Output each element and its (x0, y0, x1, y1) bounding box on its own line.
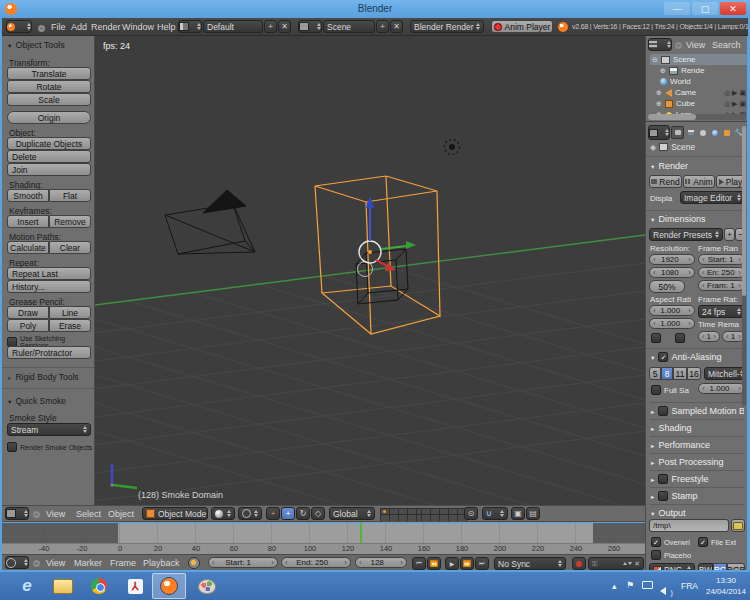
expand-icon[interactable] (650, 423, 655, 433)
end-frame-field[interactable]: End: 250 (281, 557, 351, 568)
delete-layout-icon[interactable]: ✕ (278, 20, 291, 33)
expand-icon[interactable] (650, 406, 655, 416)
overwrite-checkbox[interactable] (651, 537, 661, 547)
aspect-y-field[interactable]: 1.000 (649, 318, 695, 329)
delete-scene-icon[interactable]: ✕ (390, 20, 403, 33)
pin-icon[interactable]: ◈ (650, 143, 656, 152)
timeline-track[interactable] (2, 523, 645, 543)
playback-menu[interactable]: Playback (143, 558, 180, 568)
expand-icon[interactable]: ⊕ (660, 67, 666, 75)
renderable-camera-icon[interactable]: ▣ (739, 100, 746, 108)
clear-keyingset-icon[interactable]: ✕ (634, 560, 640, 568)
aa-filter-selector[interactable]: Mitchell- (704, 367, 745, 380)
render-smoke-row[interactable]: Render Smoke Objects (7, 442, 92, 452)
expand-icon[interactable] (650, 457, 655, 467)
remove-keyframe-button[interactable]: Remove (49, 215, 91, 228)
color-bw-button[interactable]: BW (698, 563, 713, 570)
expand-icon[interactable] (650, 440, 655, 450)
aa-samples-11-button[interactable]: 11 (673, 367, 687, 380)
file-extensions-row[interactable]: File Ext (698, 537, 736, 547)
collapse-menus-icon[interactable]: − (675, 42, 682, 49)
taskbar-paint-icon[interactable] (190, 573, 224, 599)
previous-keyframe-icon[interactable]: ⏪ (427, 557, 441, 570)
frame-step-field[interactable]: Fram: 1 (698, 280, 745, 291)
tab-render[interactable] (671, 126, 684, 139)
collapse-menus-icon[interactable]: − (38, 25, 45, 32)
flat-button[interactable]: Flat (49, 189, 91, 202)
outliner-item-camera[interactable]: ⊕ Came ◎ ▶ ▣ (656, 87, 746, 98)
minimize-button[interactable]: — (664, 2, 690, 15)
stamp-panel[interactable]: Stamp (671, 491, 697, 501)
render-smoke-checkbox[interactable] (7, 442, 17, 452)
calculate-button[interactable]: Calculate (7, 241, 49, 254)
search-menu[interactable]: Search (712, 40, 741, 50)
duplicate-objects-button[interactable]: Duplicate Objects (7, 137, 91, 150)
frame-start-field[interactable]: Start: 1 (698, 254, 745, 265)
taskbar-internet-explorer-icon[interactable]: e (10, 573, 44, 599)
tab-render-layers[interactable] (685, 127, 696, 138)
output-panel-title[interactable]: Output (658, 508, 685, 518)
outliner-item-scene[interactable]: ⊖ Scene (650, 54, 747, 65)
view-menu[interactable]: View (46, 509, 65, 519)
repeat-last-button[interactable]: Repeat Last (7, 267, 91, 280)
collapse-icon[interactable] (650, 352, 655, 362)
stamp-checkbox[interactable] (658, 491, 668, 501)
color-rgba-button[interactable]: RGB (727, 563, 745, 570)
tray-network-icon[interactable] (642, 581, 653, 589)
jump-to-start-icon[interactable]: ⏮ (412, 557, 426, 570)
frame-end-field[interactable]: En: 250 (698, 267, 745, 278)
expand-icon[interactable] (7, 372, 12, 382)
outliner-item-cube[interactable]: ⊕ Cube ◎ ▶ ▣ (656, 98, 746, 109)
editor-type-button[interactable] (5, 507, 29, 520)
aspect-x-field[interactable]: 1.000 (649, 305, 695, 316)
menu-file[interactable]: File (51, 22, 66, 32)
expand-icon[interactable]: ⊕ (656, 89, 662, 97)
selectable-arrow-icon[interactable]: ▶ (732, 89, 737, 97)
frame-rate-selector[interactable]: 24 fps (698, 305, 745, 318)
add-layout-icon[interactable]: + (264, 20, 277, 33)
outliner-item-renderlayers[interactable]: ⊕ Rende (660, 65, 746, 76)
taskbar-acrobat-reader-icon[interactable]: ⅄ (118, 573, 152, 599)
renderable-camera-icon[interactable]: ▣ (739, 89, 746, 97)
close-button[interactable]: ✕ (720, 2, 746, 15)
aa-samples-8-button[interactable]: 8 (661, 367, 673, 380)
current-frame-line[interactable] (360, 523, 362, 543)
object-menu[interactable]: Object (108, 509, 134, 519)
preview-range-clock-icon[interactable] (188, 557, 200, 569)
draw-button[interactable]: Draw (7, 306, 49, 319)
frame-menu[interactable]: Frame (110, 558, 136, 568)
properties-vscrollbar[interactable] (742, 126, 746, 406)
select-menu[interactable]: Select (76, 509, 101, 519)
remap-old-field[interactable]: 1 (698, 331, 720, 342)
resolution-x-field[interactable]: 1920 (649, 254, 695, 265)
collapse-menus-icon[interactable]: − (33, 511, 40, 518)
taskbar-blender-icon[interactable] (152, 573, 186, 599)
output-path-field[interactable]: /tmp\ (649, 519, 729, 532)
lamp-object[interactable] (445, 140, 460, 155)
menu-window[interactable]: Window (122, 22, 154, 32)
play-rendered-button[interactable]: Play (716, 175, 745, 188)
scrollbar-thumb[interactable] (648, 114, 696, 120)
rotate-manipulator-icon[interactable]: ↻ (296, 507, 310, 520)
editor-type-button[interactable] (5, 556, 29, 569)
next-keyframe-icon[interactable]: ⏩ (460, 557, 474, 570)
placeholders-checkbox[interactable] (651, 550, 661, 560)
ruler-protractor-button[interactable]: Ruler/Protractor (7, 346, 91, 359)
start-frame-field[interactable]: Start: 1 (208, 557, 278, 568)
play-icon[interactable]: ▶ (445, 557, 459, 570)
tray-volume-icon[interactable]: ) (660, 581, 673, 599)
overwrite-row[interactable]: Overwri (651, 537, 690, 547)
sync-mode-selector[interactable]: No Sync (494, 557, 566, 570)
taskbar-chrome-icon[interactable] (82, 573, 116, 599)
rigid-body-tools-panel[interactable]: Rigid Body Tools (15, 372, 78, 382)
visibility-eye-icon[interactable]: ◎ (724, 89, 730, 97)
insert-keyframe-button[interactable]: Insert (7, 215, 49, 228)
expand-icon[interactable] (650, 491, 655, 501)
tray-action-center-flag-icon[interactable]: ⚑ (626, 580, 634, 590)
properties-editor-icon[interactable] (648, 125, 670, 140)
scene-icon-button[interactable] (298, 20, 322, 33)
jump-to-end-icon[interactable]: ⏭ (475, 557, 489, 570)
layer-grid-2b[interactable] (421, 514, 466, 521)
viewport-shading-selector[interactable] (211, 507, 235, 520)
timeline-ruler[interactable]: -40 -20 0 20 40 60 80 100 120 140 160 18… (2, 543, 645, 554)
